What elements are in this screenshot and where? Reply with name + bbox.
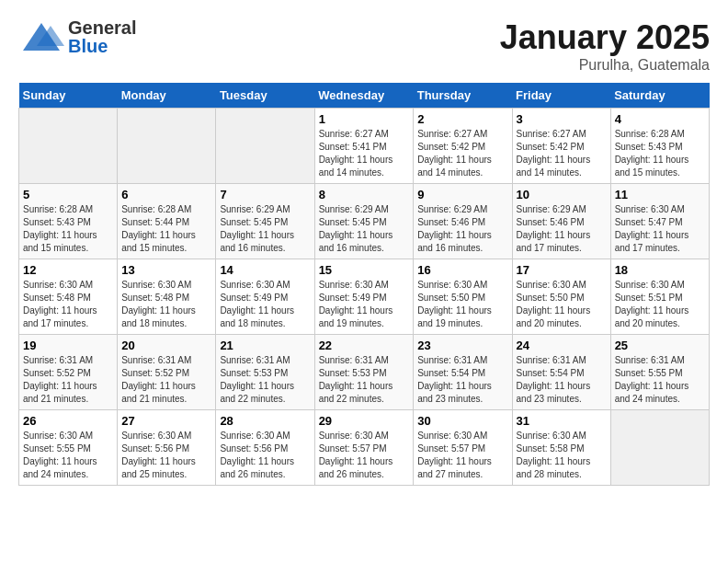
- day-number: 23: [417, 339, 507, 352]
- calendar-cell: 6Sunrise: 6:28 AMSunset: 5:44 PMDaylight…: [118, 184, 216, 259]
- calendar-cell: 21Sunrise: 6:31 AMSunset: 5:53 PMDayligh…: [216, 335, 314, 410]
- weekday-header: Friday: [512, 83, 610, 109]
- day-info: Sunrise: 6:30 AMSunset: 5:55 PMDaylight:…: [23, 430, 113, 481]
- day-number: 26: [23, 414, 113, 428]
- calendar-cell: 27Sunrise: 6:30 AMSunset: 5:56 PMDayligh…: [118, 410, 216, 486]
- calendar-cell: 25Sunrise: 6:31 AMSunset: 5:55 PMDayligh…: [610, 335, 709, 410]
- day-number: 11: [615, 188, 705, 201]
- calendar-cell: 2Sunrise: 6:27 AMSunset: 5:42 PMDaylight…: [414, 109, 512, 184]
- calendar-cell: 9Sunrise: 6:29 AMSunset: 5:46 PMDaylight…: [414, 184, 512, 259]
- calendar-week-row: 5Sunrise: 6:28 AMSunset: 5:43 PMDaylight…: [19, 184, 710, 259]
- day-number: 22: [319, 339, 410, 352]
- day-number: 19: [23, 339, 113, 352]
- calendar-week-row: 1Sunrise: 6:27 AMSunset: 5:41 PMDaylight…: [19, 109, 710, 184]
- day-info: Sunrise: 6:30 AMSunset: 5:56 PMDaylight:…: [220, 430, 310, 481]
- weekday-header: Thursday: [414, 83, 512, 109]
- day-number: 17: [517, 263, 607, 277]
- weekday-header: Saturday: [610, 83, 709, 109]
- logo-general: General: [68, 18, 136, 37]
- day-info: Sunrise: 6:31 AMSunset: 5:54 PMDaylight:…: [417, 354, 507, 406]
- month-title: January 2025: [500, 18, 710, 57]
- calendar-cell: 8Sunrise: 6:29 AMSunset: 5:45 PMDaylight…: [314, 184, 414, 259]
- calendar-cell: 11Sunrise: 6:30 AMSunset: 5:47 PMDayligh…: [610, 184, 709, 259]
- page-header: General Blue January 2025 Purulha, Guate…: [18, 18, 710, 74]
- logo-text: General Blue: [68, 18, 136, 55]
- day-number: 5: [23, 188, 113, 201]
- day-info: Sunrise: 6:31 AMSunset: 5:53 PMDaylight:…: [319, 354, 410, 406]
- calendar-cell: 7Sunrise: 6:29 AMSunset: 5:45 PMDaylight…: [216, 184, 314, 259]
- calendar-cell: 4Sunrise: 6:28 AMSunset: 5:43 PMDaylight…: [610, 109, 709, 184]
- day-info: Sunrise: 6:30 AMSunset: 5:48 PMDaylight:…: [121, 279, 211, 330]
- calendar-cell: 3Sunrise: 6:27 AMSunset: 5:42 PMDaylight…: [512, 109, 610, 184]
- calendar-cell: 15Sunrise: 6:30 AMSunset: 5:49 PMDayligh…: [314, 259, 414, 335]
- day-info: Sunrise: 6:27 AMSunset: 5:41 PMDaylight:…: [319, 128, 410, 179]
- day-info: Sunrise: 6:31 AMSunset: 5:52 PMDaylight:…: [23, 354, 113, 406]
- day-info: Sunrise: 6:29 AMSunset: 5:45 PMDaylight:…: [220, 203, 310, 255]
- day-info: Sunrise: 6:28 AMSunset: 5:43 PMDaylight:…: [23, 203, 113, 255]
- day-info: Sunrise: 6:30 AMSunset: 5:56 PMDaylight:…: [121, 430, 211, 481]
- calendar-cell: 14Sunrise: 6:30 AMSunset: 5:49 PMDayligh…: [216, 259, 314, 335]
- day-info: Sunrise: 6:31 AMSunset: 5:53 PMDaylight:…: [220, 354, 310, 406]
- day-info: Sunrise: 6:27 AMSunset: 5:42 PMDaylight:…: [417, 128, 507, 179]
- day-info: Sunrise: 6:30 AMSunset: 5:49 PMDaylight:…: [319, 279, 410, 330]
- day-info: Sunrise: 6:30 AMSunset: 5:50 PMDaylight:…: [417, 279, 507, 330]
- calendar-cell: [118, 109, 216, 184]
- calendar-cell: 23Sunrise: 6:31 AMSunset: 5:54 PMDayligh…: [414, 335, 512, 410]
- day-number: 4: [615, 112, 705, 126]
- day-info: Sunrise: 6:31 AMSunset: 5:54 PMDaylight:…: [517, 354, 607, 406]
- weekday-header: Sunday: [19, 83, 118, 109]
- calendar-cell: 31Sunrise: 6:30 AMSunset: 5:58 PMDayligh…: [512, 410, 610, 486]
- day-number: 18: [615, 263, 705, 277]
- day-number: 20: [121, 339, 211, 352]
- calendar-cell: 24Sunrise: 6:31 AMSunset: 5:54 PMDayligh…: [512, 335, 610, 410]
- calendar-week-row: 12Sunrise: 6:30 AMSunset: 5:48 PMDayligh…: [19, 259, 710, 335]
- calendar-cell: 12Sunrise: 6:30 AMSunset: 5:48 PMDayligh…: [19, 259, 118, 335]
- calendar-cell: 5Sunrise: 6:28 AMSunset: 5:43 PMDaylight…: [19, 184, 118, 259]
- day-info: Sunrise: 6:28 AMSunset: 5:43 PMDaylight:…: [615, 128, 705, 179]
- day-info: Sunrise: 6:31 AMSunset: 5:55 PMDaylight:…: [615, 354, 705, 406]
- calendar-cell: 28Sunrise: 6:30 AMSunset: 5:56 PMDayligh…: [216, 410, 314, 486]
- day-number: 9: [417, 188, 507, 201]
- calendar-cell: [19, 109, 118, 184]
- day-info: Sunrise: 6:27 AMSunset: 5:42 PMDaylight:…: [517, 128, 607, 179]
- calendar-week-row: 26Sunrise: 6:30 AMSunset: 5:55 PMDayligh…: [19, 410, 710, 486]
- day-number: 2: [417, 112, 507, 126]
- day-info: Sunrise: 6:29 AMSunset: 5:45 PMDaylight:…: [319, 203, 410, 255]
- day-number: 15: [319, 263, 410, 277]
- day-number: 3: [517, 112, 607, 126]
- calendar-cell: 17Sunrise: 6:30 AMSunset: 5:50 PMDayligh…: [512, 259, 610, 335]
- day-number: 7: [220, 188, 310, 201]
- day-number: 30: [417, 414, 507, 428]
- calendar-cell: [216, 109, 314, 184]
- day-info: Sunrise: 6:30 AMSunset: 5:47 PMDaylight:…: [615, 203, 705, 255]
- title-block: January 2025 Purulha, Guatemala: [500, 18, 710, 74]
- day-info: Sunrise: 6:30 AMSunset: 5:57 PMDaylight:…: [417, 430, 507, 481]
- day-number: 16: [417, 263, 507, 277]
- logo-icon: [18, 18, 64, 55]
- calendar-cell: 18Sunrise: 6:30 AMSunset: 5:51 PMDayligh…: [610, 259, 709, 335]
- logo: General Blue: [18, 18, 136, 55]
- day-number: 8: [319, 188, 410, 201]
- calendar-cell: 10Sunrise: 6:29 AMSunset: 5:46 PMDayligh…: [512, 184, 610, 259]
- weekday-header: Tuesday: [216, 83, 314, 109]
- day-number: 21: [220, 339, 310, 352]
- day-number: 13: [121, 263, 211, 277]
- day-number: 12: [23, 263, 113, 277]
- day-number: 24: [517, 339, 607, 352]
- calendar-table: SundayMondayTuesdayWednesdayThursdayFrid…: [18, 83, 710, 486]
- day-info: Sunrise: 6:30 AMSunset: 5:49 PMDaylight:…: [220, 279, 310, 330]
- day-number: 28: [220, 414, 310, 428]
- calendar-week-row: 19Sunrise: 6:31 AMSunset: 5:52 PMDayligh…: [19, 335, 710, 410]
- day-info: Sunrise: 6:29 AMSunset: 5:46 PMDaylight:…: [417, 203, 507, 255]
- day-info: Sunrise: 6:30 AMSunset: 5:48 PMDaylight:…: [23, 279, 113, 330]
- day-number: 27: [121, 414, 211, 428]
- calendar-cell: 20Sunrise: 6:31 AMSunset: 5:52 PMDayligh…: [118, 335, 216, 410]
- day-info: Sunrise: 6:30 AMSunset: 5:57 PMDaylight:…: [319, 430, 410, 481]
- day-number: 6: [121, 188, 211, 201]
- calendar-cell: 29Sunrise: 6:30 AMSunset: 5:57 PMDayligh…: [314, 410, 414, 486]
- calendar-cell: 19Sunrise: 6:31 AMSunset: 5:52 PMDayligh…: [19, 335, 118, 410]
- day-info: Sunrise: 6:31 AMSunset: 5:52 PMDaylight:…: [121, 354, 211, 406]
- day-info: Sunrise: 6:30 AMSunset: 5:58 PMDaylight:…: [517, 430, 607, 481]
- calendar-cell: 30Sunrise: 6:30 AMSunset: 5:57 PMDayligh…: [414, 410, 512, 486]
- day-info: Sunrise: 6:28 AMSunset: 5:44 PMDaylight:…: [121, 203, 211, 255]
